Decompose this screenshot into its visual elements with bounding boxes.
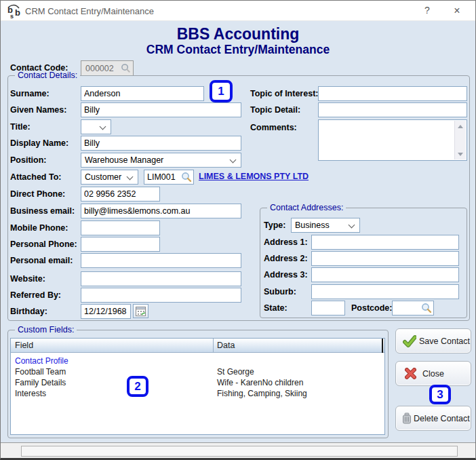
close-button[interactable]: Close [395,361,471,386]
birthday-label: Birthday: [10,307,47,316]
mobile-phone-label: Mobile Phone: [10,223,68,233]
row-field[interactable]: Contact Profile [15,356,68,366]
app-logo-icon: b s b [7,3,22,20]
svg-text:b: b [15,7,20,18]
contact-code-field: 000002 [81,60,134,76]
title-label: Title: [10,122,31,132]
table-row[interactable]: Interests Fishing, Camping, Skiing [11,388,384,399]
address3-input[interactable] [311,267,459,282]
scroll-up-icon[interactable] [455,121,466,132]
state-label: State: [264,303,287,313]
save-contact-label: Save Contact [419,337,470,346]
row-field[interactable]: Football Team [15,367,66,377]
row-data: Wife - KarenNo children [217,378,303,387]
address3-label: Address 3: [264,270,308,280]
contact-code-value: 000002 [85,64,114,73]
birthday-input[interactable] [81,304,131,319]
position-label: Position: [10,155,46,165]
topic-detail-label: Topic Detail: [250,105,300,115]
postcode-lookup [392,301,434,315]
personal-email-input[interactable] [81,253,241,268]
display-name-label: Display Name: [10,138,68,148]
attached-entity-link[interactable]: LIMES & LEMONS PTY LTD [199,172,309,181]
row-data: St George [217,367,254,377]
attached-to-type-value: Customer [85,172,121,182]
attached-to-type-select[interactable]: Customer [81,170,138,185]
address2-input[interactable] [311,251,459,266]
surname-label: Surname: [10,89,49,98]
position-select-value: Warehouse Manager [85,155,163,165]
delete-contact-button[interactable]: Delete Contact [395,406,471,431]
annotation-marker-2: 2 [127,376,148,397]
given-names-input[interactable] [81,102,241,117]
chevron-down-icon [127,174,134,180]
custom-fields-legend: Custom Fields: [15,325,77,334]
position-select[interactable]: Warehouse Manager [81,153,241,168]
topic-detail-input[interactable] [318,102,467,117]
state-input[interactable] [311,301,345,315]
birthday-calendar-button[interactable] [133,304,148,318]
row-data: Fishing, Camping, Skiing [217,389,307,398]
address-type-select[interactable]: Business [291,218,360,233]
app-heading: BBS Accounting [1,25,475,43]
column-header-data[interactable]: Data [217,341,235,350]
title-select[interactable] [81,119,111,134]
mobile-phone-input[interactable] [81,221,160,235]
address1-label: Address 1: [264,237,308,247]
row-field[interactable]: Family Details [15,378,66,387]
suburb-input[interactable] [311,284,459,299]
suburb-label: Suburb: [264,287,296,296]
help-button[interactable]: ? [418,5,436,17]
table-row[interactable]: Contact Profile [11,356,384,366]
table-row[interactable]: Family Details Wife - KarenNo children [11,377,384,388]
chevron-down-icon [100,123,106,130]
window-title: CRM Contact Entry/Maintenance [25,6,154,16]
chevron-down-icon [230,157,237,164]
business-email-label: Business email: [10,206,75,216]
scroll-down-icon[interactable] [455,149,466,159]
row-field[interactable]: Interests [15,389,46,398]
comments-scrollbar[interactable] [454,121,466,159]
header-end-marker [382,339,383,353]
postcode-lookup-icon[interactable] [421,303,432,313]
trash-icon [402,413,412,424]
personal-phone-label: Personal Phone: [10,239,77,249]
close-window-button[interactable]: × [448,5,466,17]
attached-to-label: Attached To: [10,172,61,182]
contact-addresses-legend: Contact Addresses: [267,203,346,212]
column-divider[interactable] [213,339,214,353]
titlebar: b s b CRM Contact Entry/Maintenance ? × [1,1,475,21]
table-row[interactable]: Football Team St George [11,366,384,377]
display-name-input[interactable] [81,136,241,151]
status-bar [1,442,475,459]
save-contact-button[interactable]: Save Contact [395,328,471,353]
topic-of-interest-input[interactable] [318,86,467,101]
annotation-marker-3: 3 [429,385,451,404]
contact-code-lookup-icon[interactable] [121,63,131,73]
referred-by-input[interactable] [81,288,241,303]
close-label: Close [396,369,471,379]
business-email-input[interactable] [81,204,241,218]
column-header-field[interactable]: Field [15,341,33,350]
comments-textarea[interactable] [318,119,467,161]
attached-to-lookup-icon[interactable] [181,172,192,183]
address2-label: Address 2: [264,254,308,263]
custom-fields-header: Field Data [11,339,384,353]
direct-phone-input[interactable] [81,187,160,202]
topic-of-interest-label: Topic of Interest: [250,89,318,98]
postcode-label: Postcode: [351,303,392,313]
custom-fields-table: Field Data Contact Profile Football Team… [10,338,385,435]
contact-details-legend: Contact Details: [15,71,80,80]
calendar-icon [136,307,146,316]
address-type-label: Type: [264,221,285,230]
personal-email-label: Personal email: [10,256,73,265]
direct-phone-label: Direct Phone: [10,189,65,199]
comments-label: Comments: [250,123,297,132]
website-label: Website: [10,274,45,284]
personal-phone-input[interactable] [81,237,160,252]
green-check-icon [403,335,416,347]
website-input[interactable] [81,271,241,286]
attached-to-code-lookup [144,170,194,185]
surname-input[interactable] [81,86,204,101]
address1-input[interactable] [311,235,459,250]
